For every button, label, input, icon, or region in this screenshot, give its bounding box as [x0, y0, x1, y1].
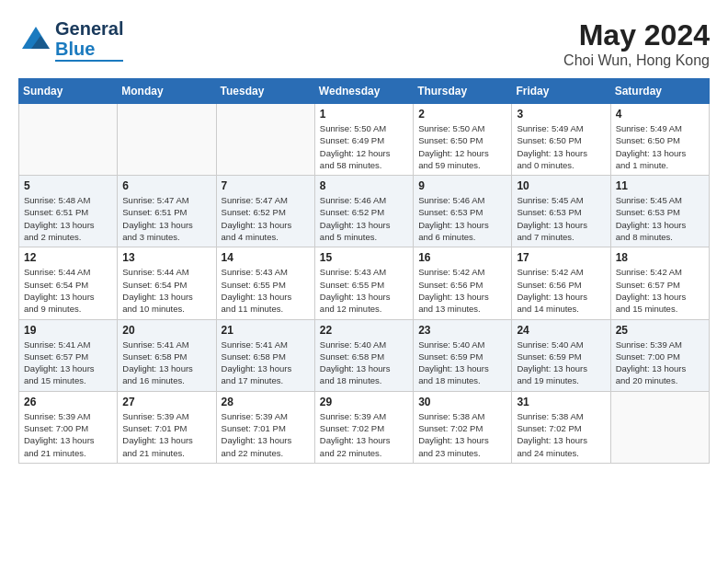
calendar-week-row: 5Sunrise: 5:48 AM Sunset: 6:51 PM Daylig…	[19, 176, 710, 247]
day-number: 12	[24, 251, 112, 264]
calendar-cell: 28Sunrise: 5:39 AM Sunset: 7:01 PM Dayli…	[216, 391, 314, 463]
day-info: Sunrise: 5:40 AM Sunset: 6:58 PM Dayligh…	[320, 339, 408, 387]
calendar-cell: 25Sunrise: 5:39 AM Sunset: 7:00 PM Dayli…	[610, 319, 709, 391]
calendar-cell: 5Sunrise: 5:48 AM Sunset: 6:51 PM Daylig…	[19, 176, 118, 247]
day-number: 24	[517, 324, 605, 337]
weekday-row: SundayMondayTuesdayWednesdayThursdayFrid…	[19, 79, 710, 104]
day-info: Sunrise: 5:40 AM Sunset: 6:59 PM Dayligh…	[517, 339, 605, 387]
day-number: 29	[320, 396, 408, 408]
day-number: 14	[222, 251, 310, 264]
calendar-cell: 26Sunrise: 5:39 AM Sunset: 7:00 PM Dayli…	[19, 391, 118, 463]
calendar-cell: 2Sunrise: 5:50 AM Sunset: 6:50 PM Daylig…	[414, 104, 512, 176]
weekday-header: Monday	[118, 79, 216, 104]
day-info: Sunrise: 5:41 AM Sunset: 6:58 PM Dayligh…	[122, 339, 210, 387]
calendar-cell: 16Sunrise: 5:42 AM Sunset: 6:56 PM Dayli…	[414, 247, 512, 319]
day-info: Sunrise: 5:39 AM Sunset: 7:00 PM Dayligh…	[24, 410, 112, 459]
day-info: Sunrise: 5:45 AM Sunset: 6:53 PM Dayligh…	[616, 194, 704, 243]
day-number: 25	[616, 324, 704, 337]
day-info: Sunrise: 5:48 AM Sunset: 6:51 PM Dayligh…	[24, 194, 112, 243]
day-info: Sunrise: 5:41 AM Sunset: 6:58 PM Dayligh…	[222, 339, 310, 387]
calendar-cell	[118, 104, 216, 176]
day-number: 18	[616, 251, 704, 264]
calendar-cell: 21Sunrise: 5:41 AM Sunset: 6:58 PM Dayli…	[216, 319, 314, 391]
day-number: 17	[517, 251, 605, 264]
day-info: Sunrise: 5:38 AM Sunset: 7:02 PM Dayligh…	[418, 410, 506, 459]
calendar-cell: 1Sunrise: 5:50 AM Sunset: 6:49 PM Daylig…	[314, 104, 413, 176]
calendar-week-row: 12Sunrise: 5:44 AM Sunset: 6:54 PM Dayli…	[19, 247, 710, 319]
calendar-cell: 18Sunrise: 5:42 AM Sunset: 6:57 PM Dayli…	[610, 247, 709, 319]
day-info: Sunrise: 5:46 AM Sunset: 6:53 PM Dayligh…	[418, 194, 506, 243]
day-number: 9	[418, 179, 506, 192]
day-info: Sunrise: 5:42 AM Sunset: 6:57 PM Dayligh…	[616, 266, 704, 315]
calendar-cell: 29Sunrise: 5:39 AM Sunset: 7:02 PM Dayli…	[314, 391, 413, 463]
day-number: 6	[122, 179, 210, 192]
calendar-cell: 15Sunrise: 5:43 AM Sunset: 6:55 PM Dayli…	[314, 247, 413, 319]
calendar-cell	[216, 104, 314, 176]
day-info: Sunrise: 5:39 AM Sunset: 7:01 PM Dayligh…	[122, 410, 210, 459]
day-info: Sunrise: 5:43 AM Sunset: 6:55 PM Dayligh…	[320, 266, 408, 315]
calendar-header: SundayMondayTuesdayWednesdayThursdayFrid…	[19, 79, 710, 104]
day-info: Sunrise: 5:39 AM Sunset: 7:02 PM Dayligh…	[320, 410, 408, 459]
calendar-cell: 13Sunrise: 5:44 AM Sunset: 6:54 PM Dayli…	[118, 247, 216, 319]
header: General Blue May 2024 Choi Wun, Hong Kon…	[18, 18, 710, 69]
day-number: 13	[122, 251, 210, 264]
logo: General Blue	[18, 18, 123, 62]
calendar-subtitle: Choi Wun, Hong Kong	[563, 52, 710, 69]
day-number: 8	[320, 179, 408, 192]
calendar-cell: 20Sunrise: 5:41 AM Sunset: 6:58 PM Dayli…	[118, 319, 216, 391]
weekday-header: Sunday	[19, 79, 118, 104]
day-number: 16	[418, 251, 506, 264]
calendar-cell: 4Sunrise: 5:49 AM Sunset: 6:50 PM Daylig…	[610, 104, 709, 176]
day-info: Sunrise: 5:50 AM Sunset: 6:50 PM Dayligh…	[418, 122, 506, 171]
day-number: 19	[24, 324, 112, 337]
logo-underline	[55, 60, 123, 62]
day-info: Sunrise: 5:46 AM Sunset: 6:52 PM Dayligh…	[320, 194, 408, 243]
calendar-cell: 22Sunrise: 5:40 AM Sunset: 6:58 PM Dayli…	[314, 319, 413, 391]
day-number: 3	[517, 108, 605, 121]
day-number: 31	[517, 396, 605, 408]
weekday-header: Wednesday	[314, 79, 413, 104]
day-number: 20	[122, 324, 210, 337]
day-number: 21	[222, 324, 310, 337]
calendar-cell: 9Sunrise: 5:46 AM Sunset: 6:53 PM Daylig…	[414, 176, 512, 247]
day-number: 10	[517, 179, 605, 192]
calendar-cell	[610, 391, 709, 463]
day-number: 28	[222, 396, 310, 408]
calendar-cell: 17Sunrise: 5:42 AM Sunset: 6:56 PM Dayli…	[512, 247, 610, 319]
day-info: Sunrise: 5:43 AM Sunset: 6:55 PM Dayligh…	[222, 266, 310, 315]
day-info: Sunrise: 5:49 AM Sunset: 6:50 PM Dayligh…	[616, 122, 704, 171]
calendar-cell: 14Sunrise: 5:43 AM Sunset: 6:55 PM Dayli…	[216, 247, 314, 319]
calendar-cell: 12Sunrise: 5:44 AM Sunset: 6:54 PM Dayli…	[19, 247, 118, 319]
day-info: Sunrise: 5:42 AM Sunset: 6:56 PM Dayligh…	[517, 266, 605, 315]
calendar-title: May 2024	[563, 18, 710, 52]
day-number: 23	[418, 324, 506, 337]
day-number: 1	[320, 108, 408, 121]
calendar-body: 1Sunrise: 5:50 AM Sunset: 6:49 PM Daylig…	[19, 104, 710, 464]
calendar-week-row: 19Sunrise: 5:41 AM Sunset: 6:57 PM Dayli…	[19, 319, 710, 391]
calendar-cell: 19Sunrise: 5:41 AM Sunset: 6:57 PM Dayli…	[19, 319, 118, 391]
calendar-cell: 23Sunrise: 5:40 AM Sunset: 6:59 PM Dayli…	[414, 319, 512, 391]
day-info: Sunrise: 5:49 AM Sunset: 6:50 PM Dayligh…	[517, 122, 605, 171]
calendar-cell: 7Sunrise: 5:47 AM Sunset: 6:52 PM Daylig…	[216, 176, 314, 247]
title-area: May 2024 Choi Wun, Hong Kong	[563, 18, 710, 69]
calendar-week-row: 1Sunrise: 5:50 AM Sunset: 6:49 PM Daylig…	[19, 104, 710, 176]
calendar-cell: 31Sunrise: 5:38 AM Sunset: 7:02 PM Dayli…	[512, 391, 610, 463]
weekday-header: Saturday	[610, 79, 709, 104]
day-info: Sunrise: 5:39 AM Sunset: 7:01 PM Dayligh…	[222, 410, 310, 459]
day-info: Sunrise: 5:42 AM Sunset: 6:56 PM Dayligh…	[418, 266, 506, 315]
day-number: 22	[320, 324, 408, 337]
day-info: Sunrise: 5:47 AM Sunset: 6:51 PM Dayligh…	[122, 194, 210, 243]
logo-brand: General Blue	[55, 18, 123, 59]
calendar-cell: 3Sunrise: 5:49 AM Sunset: 6:50 PM Daylig…	[512, 104, 610, 176]
calendar-cell: 6Sunrise: 5:47 AM Sunset: 6:51 PM Daylig…	[118, 176, 216, 247]
day-info: Sunrise: 5:44 AM Sunset: 6:54 PM Dayligh…	[122, 266, 210, 315]
calendar-cell: 10Sunrise: 5:45 AM Sunset: 6:53 PM Dayli…	[512, 176, 610, 247]
day-info: Sunrise: 5:50 AM Sunset: 6:49 PM Dayligh…	[320, 122, 408, 171]
day-number: 15	[320, 251, 408, 264]
day-number: 26	[24, 396, 112, 408]
day-number: 11	[616, 179, 704, 192]
calendar-cell	[19, 104, 118, 176]
day-info: Sunrise: 5:38 AM Sunset: 7:02 PM Dayligh…	[517, 410, 605, 459]
day-info: Sunrise: 5:47 AM Sunset: 6:52 PM Dayligh…	[222, 194, 310, 243]
day-number: 2	[418, 108, 506, 121]
